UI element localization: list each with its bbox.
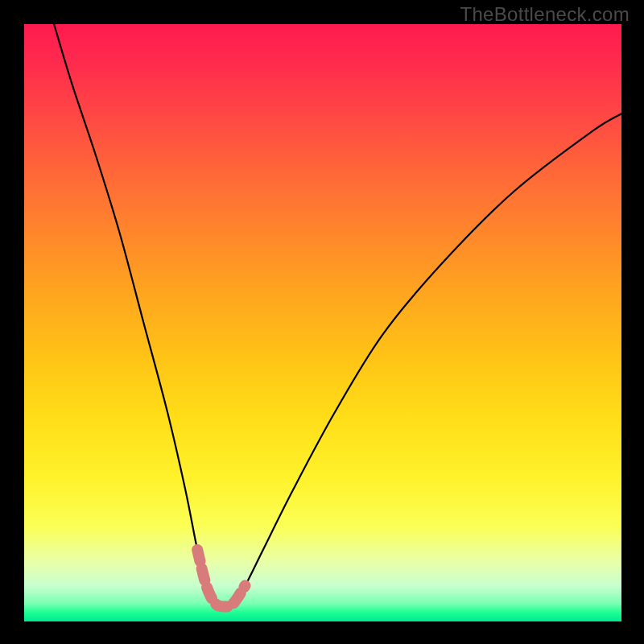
plot-area [24, 24, 621, 621]
bottleneck-curve-chart [24, 24, 621, 621]
highlight-trough [197, 550, 245, 607]
curve-group [54, 24, 621, 606]
bottleneck-curve-line [54, 24, 621, 606]
attribution-label: TheBottleneck.com [460, 3, 630, 26]
